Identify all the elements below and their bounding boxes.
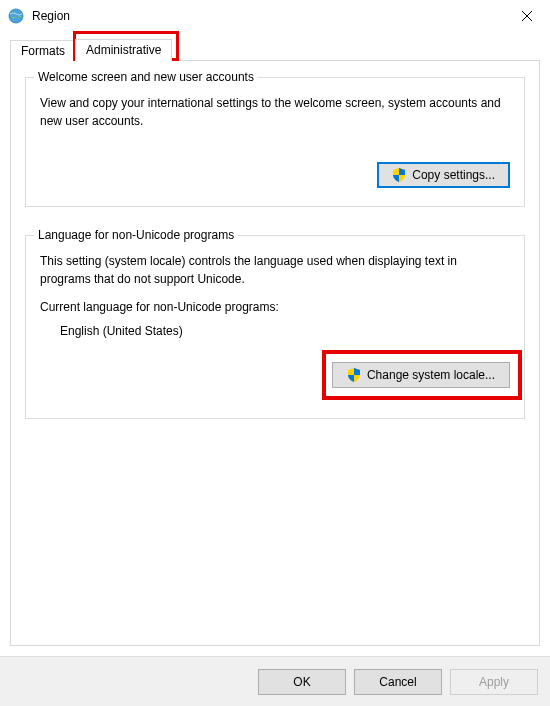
- tab-administrative[interactable]: Administrative: [75, 39, 172, 61]
- tabs-row: Formats Administrative: [10, 36, 540, 60]
- titlebar: Region: [0, 0, 550, 32]
- shield-icon: [392, 168, 406, 182]
- cancel-button[interactable]: Cancel: [354, 669, 442, 695]
- welcome-screen-legend: Welcome screen and new user accounts: [34, 70, 258, 84]
- close-button[interactable]: [504, 0, 550, 32]
- region-dialog: Region Formats Administrative Welcome sc…: [0, 0, 550, 706]
- welcome-screen-desc: View and copy your international setting…: [40, 94, 510, 130]
- window-title: Region: [32, 9, 504, 23]
- change-system-locale-label: Change system locale...: [367, 368, 495, 382]
- shield-icon: [347, 368, 361, 382]
- apply-label: Apply: [479, 675, 509, 689]
- non-unicode-desc: This setting (system locale) controls th…: [40, 252, 510, 288]
- copy-settings-button[interactable]: Copy settings...: [377, 162, 510, 188]
- non-unicode-group: Language for non-Unicode programs This s…: [25, 235, 525, 419]
- svg-point-0: [9, 9, 23, 23]
- tab-panel: Welcome screen and new user accounts Vie…: [10, 60, 540, 646]
- apply-button[interactable]: Apply: [450, 669, 538, 695]
- dialog-footer: OK Cancel Apply: [0, 656, 550, 706]
- close-icon: [522, 11, 532, 21]
- content-area: Formats Administrative Welcome screen an…: [0, 32, 550, 656]
- ok-button[interactable]: OK: [258, 669, 346, 695]
- current-language-value: English (United States): [60, 324, 510, 338]
- change-system-locale-button[interactable]: Change system locale...: [332, 362, 510, 388]
- cancel-label: Cancel: [379, 675, 416, 689]
- copy-settings-label: Copy settings...: [412, 168, 495, 182]
- tab-administrative-label: Administrative: [86, 43, 161, 57]
- globe-icon: [8, 8, 24, 24]
- non-unicode-legend: Language for non-Unicode programs: [34, 228, 238, 242]
- tab-formats-label: Formats: [21, 44, 65, 58]
- ok-label: OK: [293, 675, 310, 689]
- tab-formats[interactable]: Formats: [10, 40, 76, 61]
- welcome-screen-group: Welcome screen and new user accounts Vie…: [25, 77, 525, 207]
- current-language-label: Current language for non-Unicode program…: [40, 300, 510, 314]
